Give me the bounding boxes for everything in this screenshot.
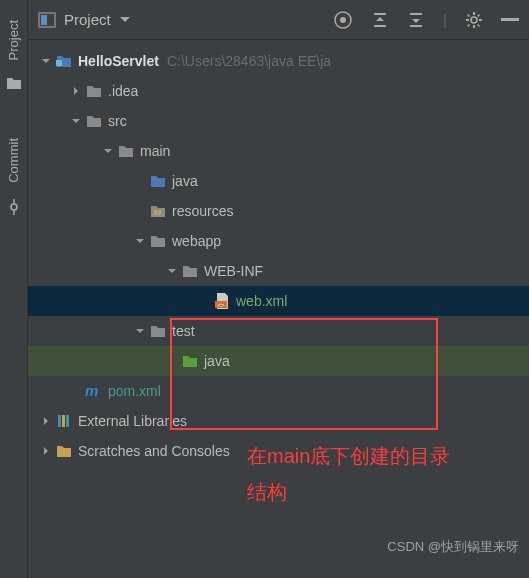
tree-label: .idea xyxy=(108,83,138,99)
svg-text:<>: <> xyxy=(217,302,225,308)
chevron-down-icon[interactable] xyxy=(68,116,84,126)
tree-item-resources[interactable]: resources xyxy=(28,196,529,226)
project-window-icon xyxy=(38,12,56,28)
library-icon xyxy=(54,413,74,429)
tree-label: web.xml xyxy=(236,293,287,309)
folder-icon xyxy=(84,114,104,128)
hide-icon[interactable] xyxy=(501,18,519,22)
tree-label: webapp xyxy=(172,233,221,249)
tree-item-webxml[interactable]: <> web.xml xyxy=(28,286,529,316)
project-tree: HelloServlet C:\Users\28463\java EE\ja .… xyxy=(28,40,529,466)
svg-rect-9 xyxy=(56,60,62,66)
folder-icon[interactable] xyxy=(6,76,22,90)
project-selector-label: Project xyxy=(64,11,111,28)
tree-item-webinf[interactable]: WEB-INF xyxy=(28,256,529,286)
xml-file-icon: <> xyxy=(212,293,232,309)
commit-icon[interactable] xyxy=(6,199,22,215)
tree-item-test[interactable]: test xyxy=(28,316,529,346)
project-view-selector[interactable]: Project xyxy=(38,11,131,28)
chevron-right-icon[interactable] xyxy=(38,416,54,426)
tree-item-external-libraries[interactable]: External Libraries xyxy=(28,406,529,436)
svg-rect-4 xyxy=(41,15,47,25)
scratches-icon xyxy=(54,444,74,458)
tree-item-java[interactable]: java xyxy=(28,166,529,196)
tree-item-pom[interactable]: m pom.xml xyxy=(28,376,529,406)
svg-text:m: m xyxy=(85,383,98,399)
svg-rect-11 xyxy=(158,210,161,215)
folder-icon xyxy=(148,234,168,248)
chevron-down-icon[interactable] xyxy=(132,326,148,336)
folder-icon xyxy=(116,144,136,158)
tree-item-idea[interactable]: .idea xyxy=(28,76,529,106)
svg-point-6 xyxy=(340,17,346,23)
tree-item-webapp[interactable]: webapp xyxy=(28,226,529,256)
tree-label: resources xyxy=(172,203,233,219)
folder-icon xyxy=(180,264,200,278)
gutter-project-label[interactable]: Project xyxy=(6,20,21,60)
chevron-down-icon xyxy=(119,16,131,24)
resources-folder-icon xyxy=(148,204,168,218)
maven-file-icon: m xyxy=(84,383,104,399)
root-name: HelloServlet xyxy=(78,53,159,69)
svg-rect-15 xyxy=(58,415,61,427)
folder-icon xyxy=(84,84,104,98)
expand-all-icon[interactable] xyxy=(371,11,389,29)
tree-label: java xyxy=(172,173,198,189)
tree-item-main[interactable]: main xyxy=(28,136,529,166)
svg-point-7 xyxy=(471,17,477,23)
project-toolbar: Project | xyxy=(28,0,529,40)
svg-rect-16 xyxy=(62,415,65,427)
root-path: C:\Users\28463\java EE\ja xyxy=(167,53,331,69)
collapse-all-icon[interactable] xyxy=(407,11,425,29)
chevron-down-icon[interactable] xyxy=(164,266,180,276)
select-opened-file-icon[interactable] xyxy=(333,10,353,30)
svg-rect-8 xyxy=(501,18,519,21)
tree-label: Scratches and Consoles xyxy=(78,443,230,459)
tree-label: External Libraries xyxy=(78,413,187,429)
module-icon xyxy=(54,54,74,68)
chevron-down-icon[interactable] xyxy=(38,56,54,66)
tool-window-gutter: Project Commit xyxy=(0,0,28,578)
svg-rect-10 xyxy=(154,210,157,215)
chevron-right-icon[interactable] xyxy=(38,446,54,456)
tree-label: main xyxy=(140,143,170,159)
tree-item-scratches[interactable]: Scratches and Consoles xyxy=(28,436,529,466)
tree-item-test-java[interactable]: java xyxy=(28,346,529,376)
tree-item-src[interactable]: src xyxy=(28,106,529,136)
tree-label: java xyxy=(204,353,230,369)
tree-label: WEB-INF xyxy=(204,263,263,279)
tree-label: test xyxy=(172,323,195,339)
tree-label: pom.xml xyxy=(108,383,161,399)
source-folder-icon xyxy=(148,174,168,188)
tree-label: src xyxy=(108,113,127,129)
chevron-down-icon[interactable] xyxy=(132,236,148,246)
gutter-commit-label[interactable]: Commit xyxy=(6,138,21,183)
tree-root[interactable]: HelloServlet C:\Users\28463\java EE\ja xyxy=(28,46,529,76)
chevron-right-icon[interactable] xyxy=(68,86,84,96)
chevron-down-icon[interactable] xyxy=(100,146,116,156)
svg-rect-17 xyxy=(66,415,69,427)
folder-icon xyxy=(148,324,168,338)
svg-point-0 xyxy=(11,204,17,210)
test-source-folder-icon xyxy=(180,354,200,368)
gear-icon[interactable] xyxy=(465,11,483,29)
